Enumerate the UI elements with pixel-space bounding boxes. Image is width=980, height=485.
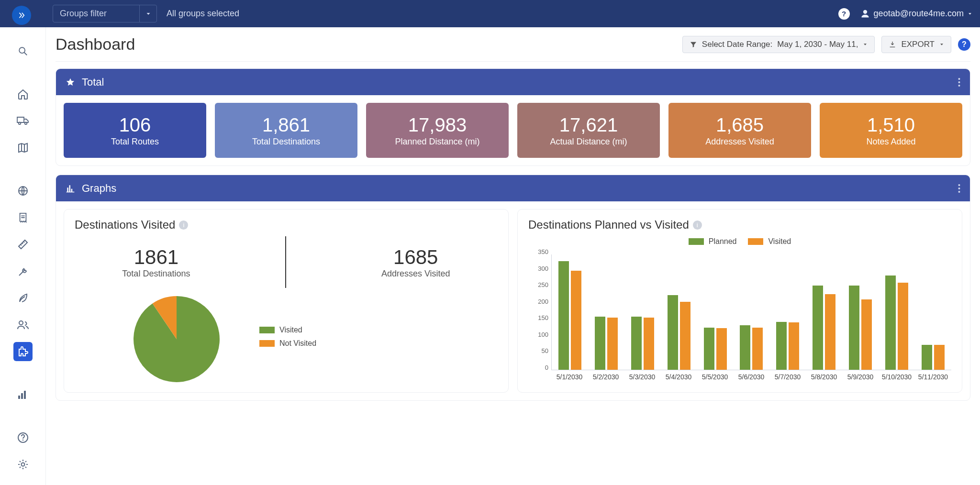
- sidebar-item-wrench[interactable]: [13, 262, 33, 281]
- sidebar-item-addins[interactable]: [13, 342, 33, 361]
- sidebar: [0, 27, 46, 485]
- bar: [558, 261, 569, 370]
- stat-label: Notes Added: [866, 137, 915, 147]
- graphs-panel: Graphs Destinations Visited i 1861 Total: [56, 175, 970, 401]
- sidebar-help[interactable]: [13, 428, 33, 447]
- groups-filter[interactable]: Groups filter: [53, 5, 157, 22]
- x-axis-label: 5/8/2030: [806, 373, 842, 381]
- svg-point-11: [958, 191, 960, 193]
- x-axis-label: 5/9/2030: [842, 373, 879, 381]
- puzzle-icon: [17, 346, 29, 357]
- bar: [898, 283, 908, 370]
- stat-label: Total Destinations: [252, 137, 320, 147]
- stat-row: 106Total Routes1,861Total Destinations17…: [64, 103, 962, 158]
- page-help-button[interactable]: ?: [958, 38, 970, 51]
- wrench-icon: [17, 265, 29, 277]
- date-range-label: Select Date Range:: [702, 40, 772, 49]
- bar-title-row: Destinations Planned vs Visited i: [528, 218, 951, 231]
- bar: [644, 318, 654, 370]
- user-email: geotab@route4me.com: [874, 9, 964, 19]
- stat-tile[interactable]: 1,510Notes Added: [820, 103, 962, 158]
- sidebar-item-ruler[interactable]: [13, 235, 33, 254]
- graphs-panel-head: Graphs: [56, 175, 970, 201]
- sidebar-item-receipt[interactable]: [13, 208, 33, 227]
- user-menu[interactable]: geotab@route4me.com: [860, 9, 972, 19]
- bar-title: Destinations Planned vs Visited: [528, 218, 689, 231]
- bar: [704, 328, 714, 370]
- graphs-panel-menu[interactable]: [958, 184, 960, 193]
- sidebar-item-users[interactable]: [13, 315, 33, 334]
- sidebar-item-fleet[interactable]: [13, 111, 33, 131]
- bar-group: [697, 254, 734, 370]
- donut-title: Destinations Visited: [75, 218, 175, 231]
- date-range-picker[interactable]: Select Date Range: May 1, 2030 - May 11,: [682, 36, 875, 53]
- total-destinations-label: Total Destinations: [122, 269, 190, 279]
- addresses-visited-label: Addresses Visited: [381, 269, 450, 279]
- sidebar-item-eco[interactable]: [13, 288, 33, 308]
- help-button[interactable]: ?: [838, 8, 850, 20]
- bar: [631, 317, 642, 370]
- stat-tile[interactable]: 1,861Total Destinations: [215, 103, 357, 158]
- graphs-panel-title: Graphs: [82, 182, 116, 195]
- bar: [885, 276, 896, 370]
- bar-group: [915, 254, 951, 370]
- addresses-visited-value: 1685: [381, 246, 450, 269]
- help-circle-icon: [17, 432, 29, 443]
- sidebar-expand-toggle[interactable]: [12, 6, 31, 25]
- map-icon: [17, 142, 29, 154]
- bar: [922, 345, 932, 370]
- total-destinations-block: 1861 Total Destinations: [122, 246, 190, 279]
- svg-point-9: [958, 184, 960, 186]
- bar-group: [806, 254, 842, 370]
- sidebar-item-map[interactable]: [13, 138, 33, 157]
- kebab-icon: [958, 77, 960, 87]
- page-header: Dashboard Select Date Range: May 1, 2030…: [56, 27, 970, 62]
- bar-group: [879, 254, 915, 370]
- stat-label: Actual Distance (mi): [550, 137, 627, 147]
- bar: [849, 286, 859, 370]
- stat-value: 1,510: [867, 114, 915, 136]
- globe-icon: [17, 185, 29, 197]
- filter-icon: [690, 41, 697, 48]
- chevron-double-right-icon: [17, 11, 26, 20]
- sidebar-item-signal[interactable]: [13, 385, 33, 404]
- stat-value: 106: [119, 114, 151, 136]
- bar-chart: 050100150200250300350 5/1/20305/2/20305/…: [551, 254, 951, 379]
- planned-vs-visited-card: Destinations Planned vs Visited i Planne…: [517, 209, 962, 393]
- search-icon: [18, 46, 28, 56]
- x-axis-label: 5/1/2030: [551, 373, 588, 381]
- stat-value: 1,685: [716, 114, 764, 136]
- export-button[interactable]: EXPORT: [881, 36, 951, 53]
- total-panel-menu[interactable]: [958, 77, 960, 87]
- date-range-value: May 1, 2030 - May 11,: [777, 40, 858, 49]
- stat-tile[interactable]: 106Total Routes: [64, 103, 206, 158]
- stat-tile[interactable]: 17,983Planned Distance (mi): [366, 103, 509, 158]
- stat-tile[interactable]: 1,685Addresses Visited: [668, 103, 811, 158]
- info-icon[interactable]: i: [179, 220, 188, 230]
- user-icon: [860, 9, 870, 19]
- stat-tile[interactable]: 17,621Actual Distance (mi): [517, 103, 660, 158]
- ruler-icon: [17, 239, 29, 250]
- search-button[interactable]: [13, 42, 33, 61]
- bar-group: [588, 254, 624, 370]
- destinations-visited-card: Destinations Visited i 1861 Total Destin…: [64, 209, 509, 393]
- caret-down-icon: [863, 42, 868, 47]
- info-icon[interactable]: i: [693, 220, 702, 230]
- bar: [752, 328, 763, 370]
- main: Dashboard Select Date Range: May 1, 2030…: [46, 27, 980, 485]
- svg-point-10: [958, 187, 960, 189]
- bar: [825, 294, 835, 370]
- export-label: EXPORT: [901, 40, 935, 49]
- svg-point-7: [958, 81, 960, 83]
- download-icon: [889, 41, 896, 48]
- bar-group: [624, 254, 661, 370]
- svg-point-6: [958, 78, 960, 80]
- sidebar-item-globe[interactable]: [13, 181, 33, 200]
- sidebar-settings[interactable]: [13, 455, 33, 474]
- bar: [716, 328, 727, 370]
- bar-group: [769, 254, 806, 370]
- total-destinations-value: 1861: [122, 246, 190, 269]
- sidebar-item-home[interactable]: [13, 85, 33, 104]
- groups-filter-caret[interactable]: [139, 5, 156, 22]
- groups-filter-label: Groups filter: [53, 5, 139, 22]
